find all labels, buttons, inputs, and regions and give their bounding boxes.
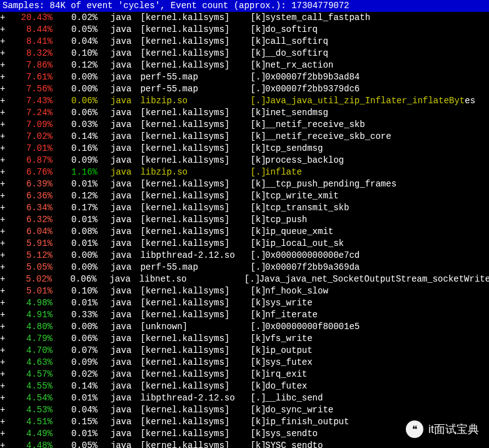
location-type: [k] [245,48,265,59]
perf-row[interactable]: + 4.63% 0.09% java [kernel.kallsyms] [k]… [0,357,489,369]
symbol-name: nf_hook_slow [265,285,489,297]
perf-row[interactable]: + 7.01% 0.16% java [kernel.kallsyms] [k]… [0,143,489,155]
expand-icon[interactable]: + [0,273,10,285]
expand-icon[interactable]: + [0,321,10,333]
expand-icon[interactable]: + [0,309,10,321]
expand-icon[interactable]: + [0,428,10,440]
expand-icon[interactable]: + [0,59,10,71]
children-percent: 0.00% [55,262,100,273]
command-name: java [100,428,135,440]
expand-icon[interactable]: + [0,36,10,48]
perf-row[interactable]: + 8.41% 0.04% java [kernel.kallsyms] [k]… [0,36,489,48]
expand-icon[interactable]: + [0,380,10,392]
perf-row[interactable]: + 8.32% 0.10% java [kernel.kallsyms] [k]… [0,48,489,59]
perf-row[interactable]: + 4.98% 0.01% java [kernel.kallsyms] [k]… [0,297,489,309]
expand-icon[interactable]: + [0,12,10,24]
expand-icon[interactable]: + [0,250,10,262]
location-type: [k] [245,36,265,48]
perf-row[interactable]: + 7.86% 0.12% java [kernel.kallsyms] [k]… [0,59,489,71]
symbol-name: 0x000000000000e7cd [265,250,489,262]
perf-row[interactable]: + 7.02% 0.14% java [kernel.kallsyms] [k]… [0,131,489,143]
expand-icon[interactable]: + [0,48,10,59]
perf-row[interactable]: + 4.55% 0.14% java [kernel.kallsyms] [k]… [0,380,489,392]
expand-icon[interactable]: + [0,440,10,448]
perf-row[interactable]: + 5.02% 0.06% java libnet.so [.] Java_ja… [0,273,489,285]
expand-icon[interactable]: + [0,155,10,166]
expand-icon[interactable]: + [0,345,10,357]
expand-icon[interactable]: + [0,285,10,297]
perf-row[interactable]: + 4.51% 0.15% java [kernel.kallsyms] [k]… [0,416,489,428]
location-type: [k] [245,333,265,345]
perf-row[interactable]: + 5.91% 0.01% java [kernel.kallsyms] [k]… [0,238,489,250]
module-name: libpthread-2.12.so [135,250,245,262]
expand-icon[interactable]: + [0,119,10,131]
expand-icon[interactable]: + [0,24,10,36]
perf-row[interactable]: + 5.05% 0.00% java perf-55.map [.] 0x000… [0,262,489,273]
children-percent: 0.12% [55,59,100,71]
expand-icon[interactable]: + [0,214,10,226]
children-percent: 0.03% [55,119,100,131]
expand-icon[interactable]: + [0,95,10,107]
expand-icon[interactable]: + [0,107,10,119]
command-name: java [100,321,135,333]
command-name: java [100,369,135,380]
perf-row[interactable]: + 4.57% 0.02% java [kernel.kallsyms] [k]… [0,369,489,380]
perf-row[interactable]: + 4.70% 0.07% java [kernel.kallsyms] [k]… [0,345,489,357]
perf-row[interactable]: + 5.01% 0.10% java [kernel.kallsyms] [k]… [0,285,489,297]
expand-icon[interactable]: + [0,166,10,178]
command-name: java [100,309,135,321]
perf-row[interactable]: + 4.49% 0.01% java [kernel.kallsyms] [k]… [0,428,489,440]
perf-row[interactable]: + 4.80% 0.00% java [unknown] [.] 0x00000… [0,321,489,333]
expand-icon[interactable]: + [0,71,10,83]
perf-row[interactable]: + 6.32% 0.01% java [kernel.kallsyms] [k]… [0,214,489,226]
perf-row[interactable]: + 6.39% 0.01% java [kernel.kallsyms] [k]… [0,178,489,190]
expand-icon[interactable]: + [0,262,10,273]
expand-icon[interactable]: + [0,416,10,428]
perf-row[interactable]: + 7.09% 0.03% java [kernel.kallsyms] [k]… [0,119,489,131]
command-name: java [100,48,135,59]
expand-icon[interactable]: + [0,83,10,95]
perf-row[interactable]: + 4.53% 0.04% java [kernel.kallsyms] [k]… [0,404,489,416]
expand-icon[interactable]: + [0,131,10,143]
module-name: libnet.so [134,273,239,285]
perf-row[interactable]: + 6.36% 0.12% java [kernel.kallsyms] [k]… [0,190,489,202]
perf-row[interactable]: + 7.61% 0.00% java perf-55.map [.] 0x000… [0,71,489,83]
perf-row[interactable]: + 7.24% 0.06% java [kernel.kallsyms] [k]… [0,107,489,119]
children-percent: 0.00% [55,83,100,95]
command-name: java [100,333,135,345]
perf-row[interactable]: + 7.56% 0.00% java perf-55.map [.] 0x000… [0,83,489,95]
location-type: [k] [245,143,265,155]
expand-icon[interactable]: + [0,202,10,214]
perf-row[interactable]: + 6.04% 0.08% java [kernel.kallsyms] [k]… [0,226,489,238]
expand-icon[interactable]: + [0,226,10,238]
perf-row[interactable]: + 4.79% 0.06% java [kernel.kallsyms] [k]… [0,333,489,345]
location-type: [k] [245,12,265,24]
expand-icon[interactable]: + [0,333,10,345]
command-name: java [100,119,135,131]
perf-row[interactable]: + 6.87% 0.09% java [kernel.kallsyms] [k]… [0,155,489,166]
module-name: [kernel.kallsyms] [135,143,245,155]
perf-row[interactable]: + 8.44% 0.05% java [kernel.kallsyms] [k]… [0,24,489,36]
location-type: [.] [245,392,265,404]
perf-row[interactable]: + 4.54% 0.01% java libpthread-2.12.so [.… [0,392,489,404]
expand-icon[interactable]: + [0,404,10,416]
perf-row[interactable]: + 7.43% 0.06% java libzip.so [.] Java_ja… [0,95,489,107]
expand-icon[interactable]: + [0,238,10,250]
expand-icon[interactable]: + [0,357,10,369]
module-name: [kernel.kallsyms] [135,226,245,238]
perf-row[interactable]: + 5.12% 0.00% java libpthread-2.12.so [.… [0,250,489,262]
children-percent: 0.17% [55,202,100,214]
perf-row[interactable]: + 20.43% 0.02% java [kernel.kallsyms] [k… [0,12,489,24]
expand-icon[interactable]: + [0,190,10,202]
expand-icon[interactable]: + [0,297,10,309]
perf-row[interactable]: + 6.34% 0.17% java [kernel.kallsyms] [k]… [0,202,489,214]
perf-rows[interactable]: + 20.43% 0.02% java [kernel.kallsyms] [k… [0,12,489,448]
perf-row[interactable]: + 4.91% 0.33% java [kernel.kallsyms] [k]… [0,309,489,321]
perf-row[interactable]: + 4.48% 0.05% java [kernel.kallsyms] [k]… [0,440,489,448]
expand-icon[interactable]: + [0,369,10,380]
expand-icon[interactable]: + [0,143,10,155]
perf-row[interactable]: + 6.76% 1.16% java libzip.so [.] inflate [0,166,489,178]
expand-icon[interactable]: + [0,392,10,404]
children-percent: 0.33% [55,309,100,321]
expand-icon[interactable]: + [0,178,10,190]
